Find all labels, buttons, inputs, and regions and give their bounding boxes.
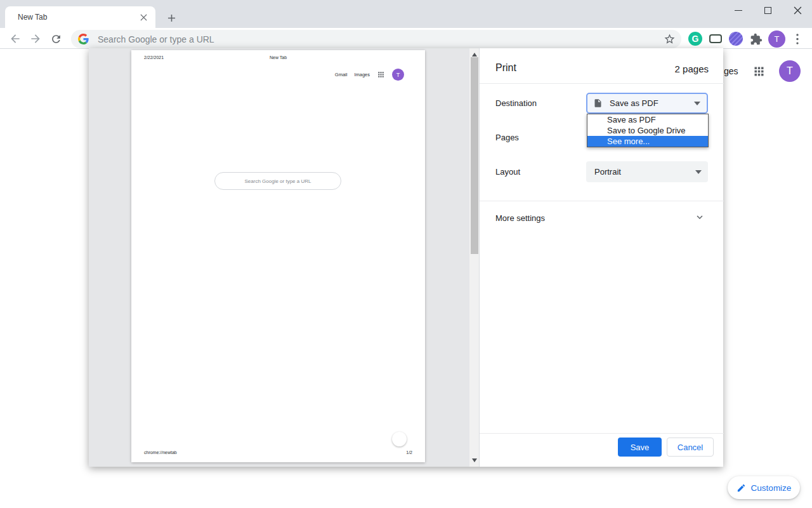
save-button[interactable]: Save xyxy=(618,438,662,457)
more-settings-label: More settings xyxy=(495,213,545,223)
browser-menu-button[interactable] xyxy=(791,31,804,46)
maximize-icon xyxy=(764,7,771,14)
google-apps-grid-icon[interactable] xyxy=(752,65,766,78)
address-bar-placeholder: Search Google or type a URL xyxy=(98,34,662,44)
print-settings-pane: Print 2 pages Destination Save as PDF Sa… xyxy=(479,48,723,467)
preview-footer-url: chrome://newtab xyxy=(144,450,177,455)
layout-value: Portrait xyxy=(594,167,621,177)
preview-top-nav: Gmail Images T xyxy=(335,69,404,81)
kebab-menu-icon xyxy=(796,34,799,44)
print-preview-pane: 2/22/2021 New Tab Gmail Images T Search … xyxy=(89,48,479,467)
header-divider xyxy=(480,83,724,84)
preview-page-indicator: 1/2 xyxy=(406,450,412,455)
layout-label: Layout xyxy=(495,167,520,177)
scrollbar-down-arrow-icon[interactable] xyxy=(472,458,477,462)
minimize-icon xyxy=(735,10,742,11)
customize-label: Customize xyxy=(751,483,792,493)
browser-window: New Tab Search Google or type a URL xyxy=(0,0,812,508)
preview-images-link: Images xyxy=(354,72,370,77)
screen-capture-extension-icon[interactable] xyxy=(708,32,723,45)
preview-customize-circle xyxy=(392,432,407,446)
forward-button[interactable] xyxy=(28,31,43,46)
destination-option-save-as-pdf[interactable]: Save as PDF xyxy=(587,114,708,125)
print-dialog-title: Print xyxy=(495,62,516,74)
customize-button[interactable]: Customize xyxy=(728,476,800,499)
preview-scrollbar[interactable] xyxy=(469,48,479,467)
destination-label: Destination xyxy=(495,98,537,108)
preview-apps-grid-icon xyxy=(377,70,385,79)
capture-frame-icon xyxy=(709,34,722,43)
scrollbar-up-arrow-icon[interactable] xyxy=(472,53,477,57)
tab-close-icon[interactable] xyxy=(138,12,149,23)
reload-button[interactable] xyxy=(48,31,63,46)
back-arrow-icon xyxy=(9,32,22,45)
address-bar[interactable]: Search Google or type a URL xyxy=(71,30,681,48)
striped-extension-icon[interactable] xyxy=(729,32,743,46)
bookmark-star-icon xyxy=(664,33,676,45)
preview-header-title: New Tab xyxy=(131,55,425,60)
document-icon xyxy=(593,98,603,108)
maximize-button[interactable] xyxy=(754,0,782,21)
reload-icon xyxy=(50,33,62,45)
more-settings-row[interactable]: More settings xyxy=(480,201,724,227)
destination-value: Save as PDF xyxy=(610,98,658,108)
avatar-letter: T xyxy=(396,72,400,78)
page-profile-avatar[interactable]: T xyxy=(779,60,801,82)
puzzle-icon xyxy=(750,33,763,46)
destination-options-list: Save as PDF Save to Google Drive See mor… xyxy=(587,114,709,147)
pages-label: Pages xyxy=(495,133,519,142)
back-button[interactable] xyxy=(8,31,23,46)
scrollbar-thumb[interactable] xyxy=(471,57,478,254)
tab-strip: New Tab xyxy=(0,0,812,28)
destination-select[interactable]: Save as PDF xyxy=(586,93,708,114)
close-icon xyxy=(794,6,802,15)
preview-gmail-link: Gmail xyxy=(335,72,348,77)
minimize-button[interactable] xyxy=(724,0,752,21)
layout-select[interactable]: Portrait xyxy=(586,161,708,182)
pencil-icon xyxy=(737,483,746,493)
footer-divider xyxy=(480,433,724,434)
bookmark-button[interactable] xyxy=(662,32,676,46)
profile-avatar[interactable]: T xyxy=(768,30,785,48)
tab-title: New Tab xyxy=(18,13,138,22)
cancel-button[interactable]: Cancel xyxy=(667,438,714,457)
avatar-letter: T xyxy=(787,65,793,77)
tab-new-tab[interactable]: New Tab xyxy=(5,6,155,28)
forward-arrow-icon xyxy=(29,32,42,45)
extensions-puzzle-button[interactable] xyxy=(749,32,763,46)
google-logo-icon xyxy=(78,34,89,44)
chevron-down-icon xyxy=(695,170,702,174)
preview-search-placeholder: Search Google or type a URL xyxy=(245,178,311,184)
avatar-letter: T xyxy=(775,34,780,44)
grammarly-letter: G xyxy=(692,34,699,44)
print-dialog: 2/22/2021 New Tab Gmail Images T Search … xyxy=(89,48,723,467)
close-window-button[interactable] xyxy=(783,0,812,21)
expand-chevron-icon xyxy=(694,211,705,223)
grammarly-extension-icon[interactable]: G xyxy=(688,32,702,46)
page-count: 2 pages xyxy=(675,64,709,74)
destination-option-save-to-google-drive[interactable]: Save to Google Drive xyxy=(587,125,708,136)
images-link-partial[interactable]: ges xyxy=(724,66,738,76)
preview-avatar: T xyxy=(392,69,404,81)
chevron-down-icon xyxy=(694,102,700,105)
preview-search-box: Search Google or type a URL xyxy=(214,172,341,190)
print-preview-page: 2/22/2021 New Tab Gmail Images T Search … xyxy=(131,50,425,462)
new-tab-button[interactable] xyxy=(162,9,180,27)
destination-option-see-more[interactable]: See more... xyxy=(587,136,708,147)
